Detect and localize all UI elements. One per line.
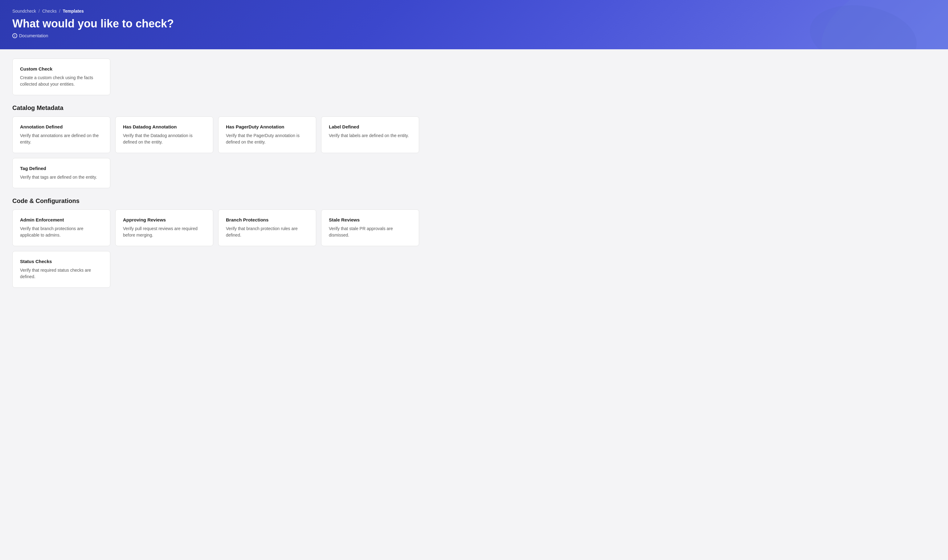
breadcrumb-sep-1: / — [39, 9, 40, 14]
card-title-pagerduty-annotation: Has PagerDuty Annotation — [226, 124, 308, 129]
card-status-checks[interactable]: Status Checks Verify that required statu… — [12, 251, 110, 288]
card-title-branch-protections: Branch Protections — [226, 217, 308, 222]
card-title-approving-reviews: Approving Reviews — [123, 217, 205, 222]
card-desc-status-checks: Verify that required status checks are d… — [20, 267, 103, 280]
card-title-stale-reviews: Stale Reviews — [329, 217, 412, 222]
section-title-code-configurations: Code & Configurations — [12, 197, 419, 205]
card-desc-annotation-defined: Verify that annotations are defined on t… — [20, 132, 103, 145]
catalog-metadata-row-1: Annotation Defined Verify that annotatio… — [12, 117, 419, 153]
card-desc-custom-check: Create a custom check using the facts co… — [20, 75, 103, 88]
catalog-metadata-row-2: Tag Defined Verify that tags are defined… — [12, 158, 419, 188]
card-desc-pagerduty-annotation: Verify that the PagerDuty annotation is … — [226, 132, 308, 145]
card-title-custom-check: Custom Check — [20, 66, 103, 71]
card-admin-enforcement[interactable]: Admin Enforcement Verify that branch pro… — [12, 209, 110, 246]
card-title-status-checks: Status Checks — [20, 259, 103, 264]
breadcrumb-sep-2: / — [59, 9, 60, 14]
code-configurations-row-2: Status Checks Verify that required statu… — [12, 251, 419, 288]
card-desc-stale-reviews: Verify that stale PR approvals are dismi… — [329, 226, 412, 238]
card-title-annotation-defined: Annotation Defined — [20, 124, 103, 129]
card-stale-reviews[interactable]: Stale Reviews Verify that stale PR appro… — [321, 209, 419, 246]
card-label-defined[interactable]: Label Defined Verify that labels are def… — [321, 117, 419, 153]
card-title-label-defined: Label Defined — [329, 124, 412, 129]
breadcrumb: Soundcheck / Checks / Templates — [12, 9, 936, 14]
card-desc-tag-defined: Verify that tags are defined on the enti… — [20, 174, 103, 180]
card-desc-admin-enforcement: Verify that branch protections are appli… — [20, 226, 103, 238]
code-configurations-row-1: Admin Enforcement Verify that branch pro… — [12, 209, 419, 246]
card-desc-datadog-annotation: Verify that the Datadog annotation is de… — [123, 132, 205, 145]
card-datadog-annotation[interactable]: Has Datadog Annotation Verify that the D… — [115, 117, 213, 153]
card-custom-check[interactable]: Custom Check Create a custom check using… — [12, 58, 110, 95]
custom-check-section: Custom Check Create a custom check using… — [12, 58, 419, 95]
card-title-tag-defined: Tag Defined — [20, 166, 103, 171]
card-desc-approving-reviews: Verify pull request reviews are required… — [123, 226, 205, 238]
breadcrumb-checks[interactable]: Checks — [42, 9, 57, 14]
card-annotation-defined[interactable]: Annotation Defined Verify that annotatio… — [12, 117, 110, 153]
card-tag-defined[interactable]: Tag Defined Verify that tags are defined… — [12, 158, 110, 188]
card-pagerduty-annotation[interactable]: Has PagerDuty Annotation Verify that the… — [218, 117, 316, 153]
documentation-link[interactable]: i Documentation — [12, 33, 936, 38]
info-icon: i — [12, 33, 17, 38]
card-title-datadog-annotation: Has Datadog Annotation — [123, 124, 205, 129]
main-content: Custom Check Create a custom check using… — [0, 49, 432, 306]
card-branch-protections[interactable]: Branch Protections Verify that branch pr… — [218, 209, 316, 246]
card-approving-reviews[interactable]: Approving Reviews Verify pull request re… — [115, 209, 213, 246]
section-title-catalog-metadata: Catalog Metadata — [12, 105, 419, 111]
page-title: What would you like to check? — [12, 17, 936, 30]
page-header: Soundcheck / Checks / Templates What wou… — [0, 0, 948, 49]
breadcrumb-templates: Templates — [63, 9, 84, 14]
breadcrumb-soundcheck[interactable]: Soundcheck — [12, 9, 36, 14]
card-desc-branch-protections: Verify that branch protection rules are … — [226, 226, 308, 238]
card-title-admin-enforcement: Admin Enforcement — [20, 217, 103, 222]
card-desc-label-defined: Verify that labels are defined on the en… — [329, 132, 412, 139]
documentation-label: Documentation — [19, 33, 48, 38]
